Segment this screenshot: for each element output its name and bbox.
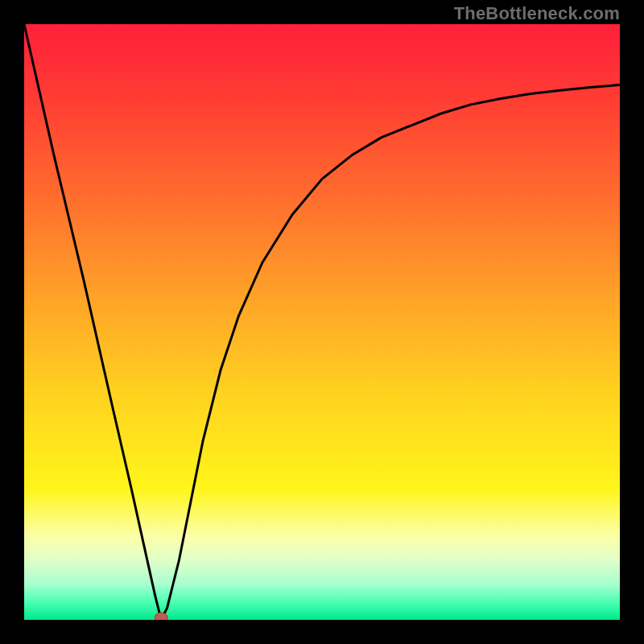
plot-frame [24,24,620,620]
bottleneck-chart [24,24,620,620]
optimal-point-marker [155,613,167,620]
gradient-background [24,24,620,620]
watermark-text: TheBottleneck.com [454,3,620,24]
